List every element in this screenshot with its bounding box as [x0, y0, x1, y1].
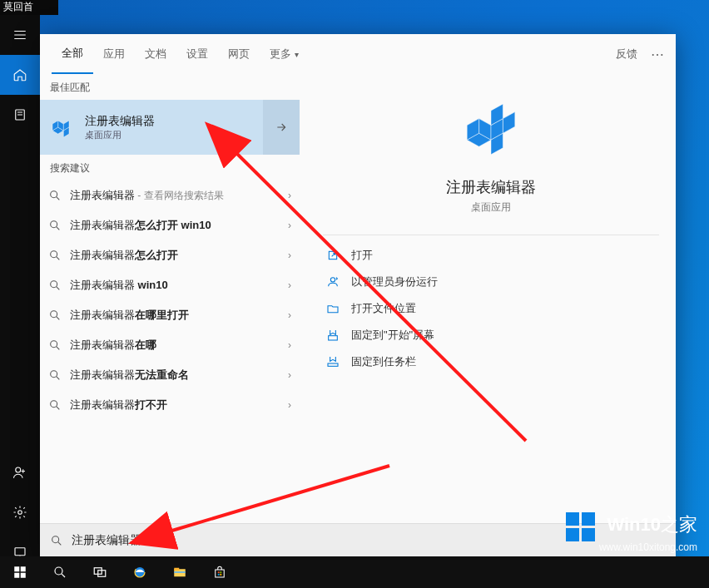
search-panel: 全部 应用 文档 设置 网页 更多▾ 反馈 ⋯ 最佳匹配: [40, 34, 676, 556]
search-icon: [48, 189, 62, 202]
svg-point-17: [51, 401, 57, 408]
svg-point-37: [55, 567, 62, 575]
svg-rect-46: [218, 571, 220, 573]
task-view-icon[interactable]: [80, 556, 120, 588]
suggestion-row[interactable]: 注册表编辑器 - 查看网络搜索结果›: [40, 180, 300, 210]
best-match-label: 最佳匹配: [40, 74, 300, 100]
svg-rect-49: [220, 574, 221, 576]
action-label: 固定到"开始"屏幕: [351, 328, 434, 343]
svg-point-12: [51, 251, 57, 258]
svg-rect-45: [216, 570, 225, 577]
tab-documents[interactable]: 文档: [135, 34, 176, 74]
best-match-result[interactable]: 注册表编辑器 桌面应用: [40, 100, 300, 155]
watermark-brand: Win10之家: [607, 514, 697, 535]
detail-action[interactable]: 固定到"开始"屏幕: [323, 322, 659, 348]
tab-more[interactable]: 更多▾: [260, 34, 309, 74]
best-match-title: 注册表编辑器: [85, 114, 155, 129]
suggestion-text: 注册表编辑器怎么打开 win10: [70, 218, 280, 233]
detail-column: 注册表编辑器 桌面应用 打开以管理员身份运行打开文件位置固定到"开始"屏幕固定到…: [300, 74, 676, 523]
window-title-fragment: 莫回首: [0, 0, 58, 15]
rail-menu-icon[interactable]: [0, 15, 40, 55]
more-options-icon[interactable]: ⋯: [651, 47, 666, 62]
suggestion-text: 注册表编辑器打不开: [70, 398, 280, 413]
suggestion-row[interactable]: 注册表编辑器怎么打开›: [40, 240, 300, 270]
chevron-right-icon: ›: [288, 399, 291, 411]
svg-point-10: [51, 191, 57, 198]
search-icon: [48, 279, 62, 292]
svg-point-2: [18, 511, 22, 515]
svg-point-26: [330, 278, 335, 282]
svg-rect-28: [328, 363, 338, 366]
detail-action[interactable]: 固定到任务栏: [323, 348, 659, 375]
rail-account-icon[interactable]: [0, 452, 40, 492]
suggestion-text: 注册表编辑器在哪: [70, 338, 280, 353]
results-column: 最佳匹配: [40, 74, 300, 523]
svg-point-1: [16, 467, 21, 472]
suggestion-row[interactable]: 注册表编辑器打不开›: [40, 390, 300, 420]
svg-rect-36: [21, 573, 26, 578]
svg-rect-43: [174, 568, 179, 571]
svg-rect-33: [14, 566, 19, 571]
tab-all[interactable]: 全部: [52, 34, 93, 74]
suggestion-row[interactable]: 注册表编辑器在哪里打开›: [40, 300, 300, 330]
search-icon: [48, 398, 62, 412]
suggestions-label: 搜索建议: [40, 155, 300, 180]
svg-rect-47: [220, 571, 221, 573]
chevron-right-icon: ›: [288, 250, 291, 261]
action-label: 固定到任务栏: [351, 354, 416, 369]
chevron-right-icon: ›: [288, 339, 291, 351]
suggestion-row[interactable]: 注册表编辑器怎么打开 win10›: [40, 210, 300, 240]
search-icon: [48, 368, 62, 382]
search-icon: [48, 219, 62, 232]
search-icon: [48, 338, 62, 352]
taskbar: [0, 556, 709, 588]
detail-actions: 打开以管理员身份运行打开文件位置固定到"开始"屏幕固定到任务栏: [323, 242, 659, 375]
svg-point-14: [51, 311, 57, 318]
detail-app-icon: [456, 96, 526, 166]
detail-action[interactable]: 以管理员身份运行: [323, 269, 659, 295]
svg-rect-35: [14, 573, 19, 578]
action-icon: [326, 302, 340, 315]
search-icon: [48, 249, 62, 262]
svg-point-29: [52, 536, 59, 542]
svg-rect-3: [15, 548, 25, 556]
start-button[interactable]: [0, 556, 40, 588]
action-label: 以管理员身份运行: [351, 274, 438, 289]
rail-home-icon[interactable]: [0, 55, 40, 95]
detail-action[interactable]: 打开文件位置: [323, 295, 659, 322]
best-match-subtitle: 桌面应用: [85, 129, 155, 141]
action-icon: [326, 329, 340, 342]
svg-rect-44: [174, 571, 186, 573]
best-match-expand-icon[interactable]: [263, 100, 300, 155]
watermark-url: www.win10xitong.com: [566, 541, 697, 553]
watermark: Win10之家 www.win10xitong.com: [566, 512, 697, 553]
feedback-link[interactable]: 反馈: [616, 47, 637, 62]
svg-point-13: [51, 281, 57, 288]
start-left-rail: [0, 15, 40, 572]
suggestion-row[interactable]: 注册表编辑器无法重命名›: [40, 360, 300, 390]
chevron-right-icon: ›: [288, 369, 291, 381]
suggestion-text: 注册表编辑器无法重命名: [70, 368, 280, 383]
action-label: 打开文件位置: [351, 301, 416, 316]
svg-marker-24: [503, 112, 514, 134]
action-label: 打开: [351, 248, 373, 263]
suggestion-row[interactable]: 注册表编辑器在哪›: [40, 330, 300, 360]
detail-subtitle: 桌面应用: [471, 200, 511, 215]
taskbar-search-icon[interactable]: [40, 556, 80, 588]
taskbar-explorer-icon[interactable]: [160, 556, 200, 588]
tab-settings[interactable]: 设置: [176, 34, 218, 74]
taskbar-store-icon[interactable]: [200, 556, 240, 588]
chevron-right-icon: ›: [288, 279, 291, 291]
chevron-right-icon: ›: [288, 309, 291, 321]
detail-action[interactable]: 打开: [323, 242, 659, 269]
tab-apps[interactable]: 应用: [93, 34, 135, 74]
taskbar-ie-icon[interactable]: [120, 556, 160, 588]
search-icon: [48, 309, 62, 322]
detail-title: 注册表编辑器: [446, 177, 536, 197]
rail-settings-icon[interactable]: [0, 492, 40, 532]
chevron-right-icon: ›: [288, 220, 291, 231]
suggestion-row[interactable]: 注册表编辑器 win10›: [40, 270, 300, 300]
svg-point-11: [51, 221, 57, 228]
rail-recent-icon[interactable]: [0, 95, 40, 135]
tab-web[interactable]: 网页: [218, 34, 260, 74]
